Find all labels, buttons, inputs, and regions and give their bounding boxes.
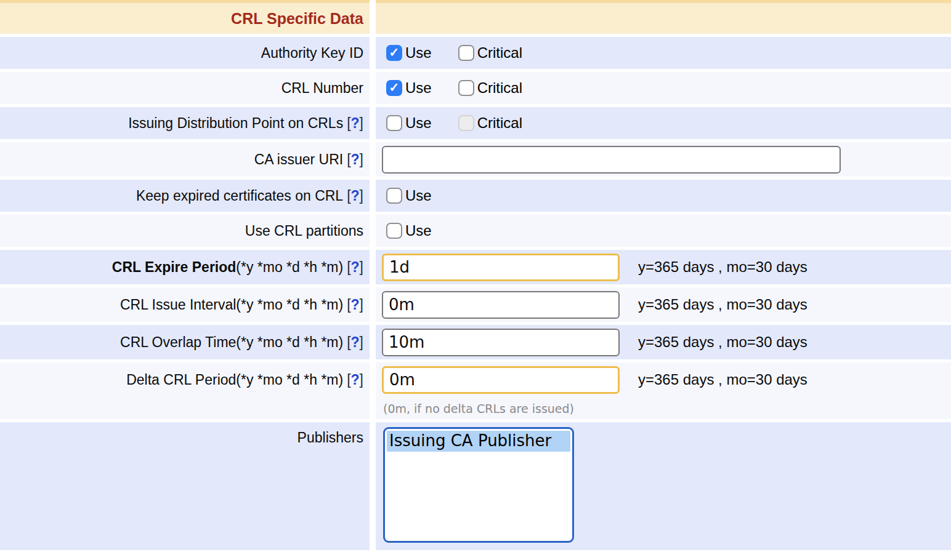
time-conversion-hint: y=365 days , mo=30 days <box>638 334 807 351</box>
row-keep-expired-certificates: Keep expired certificates on CRL [?] ✓ U… <box>0 180 951 212</box>
row-use-crl-partitions: Use CRL partitions ✓ Use <box>0 215 951 247</box>
crl-expire-period-input[interactable] <box>382 254 620 281</box>
use-crl-partitions-use-checkbox[interactable]: ✓ <box>386 223 402 239</box>
use-label: Use <box>405 187 432 204</box>
delta-crl-period-note: (0m, if no delta CRLs are issued) <box>383 402 574 415</box>
critical-label: Critical <box>477 79 522 97</box>
crl-overlap-time-input[interactable] <box>382 329 620 356</box>
time-format-suffix: (*y *mo *d *h *m) <box>236 297 343 313</box>
issuing-distribution-point-critical-checkbox: ✓ <box>458 115 474 131</box>
crl-expire-period-label: CRL Expire Period <box>112 259 237 275</box>
delta-crl-period-label: Delta CRL Period <box>126 372 236 388</box>
use-label: Use <box>405 222 432 239</box>
crl-overlap-time-help-link[interactable]: [?] <box>347 334 363 351</box>
crl-issue-interval-label: CRL Issue Interval <box>120 297 236 313</box>
row-delta-crl-period: Delta CRL Period(*y *mo *d *h *m) [?] y=… <box>0 362 951 419</box>
critical-label: Critical <box>477 114 522 132</box>
time-conversion-hint: y=365 days , mo=30 days <box>638 371 807 388</box>
issuing-distribution-point-label: Issuing Distribution Point on CRLs <box>128 115 343 131</box>
time-conversion-hint: y=365 days , mo=30 days <box>638 296 807 313</box>
row-crl-number: CRL Number ✓ Use ✓ Critical <box>0 72 951 104</box>
crl-number-critical-checkbox[interactable]: ✓ <box>458 80 474 96</box>
delta-crl-period-input[interactable] <box>382 366 620 394</box>
issuing-distribution-point-use-checkbox[interactable]: ✓ <box>386 115 402 131</box>
help-icon: ? <box>351 334 360 350</box>
help-icon: ? <box>351 188 360 204</box>
section-header-row: CRL Specific Data <box>0 3 951 34</box>
crl-number-use-checkbox[interactable]: ✓ <box>386 80 402 96</box>
help-icon: ? <box>351 297 360 313</box>
help-icon: ? <box>351 372 360 388</box>
authority-key-id-label: Authority Key ID <box>261 45 363 61</box>
crl-number-label: CRL Number <box>281 80 363 96</box>
critical-label: Critical <box>477 44 522 62</box>
time-format-suffix: (*y *mo *d *h *m) <box>236 372 343 388</box>
row-crl-overlap-time: CRL Overlap Time(*y *mo *d *h *m) [?] y=… <box>0 325 951 359</box>
time-format-suffix: (*y *mo *d *h *m) <box>236 259 343 275</box>
help-icon: ? <box>351 151 360 167</box>
publishers-label: Publishers <box>297 430 363 446</box>
ca-issuer-uri-help-link[interactable]: [?] <box>347 151 363 168</box>
help-icon: ? <box>351 259 360 275</box>
row-crl-expire-period: CRL Expire Period(*y *mo *d *h *m) [?] y… <box>0 250 951 284</box>
crl-expire-period-help-link[interactable]: [?] <box>347 259 363 276</box>
help-icon: ? <box>351 115 360 131</box>
use-label: Use <box>405 114 432 132</box>
issuing-distribution-point-help-link[interactable]: [?] <box>347 115 363 132</box>
delta-crl-period-help-link[interactable]: [?] <box>347 372 363 388</box>
publisher-option[interactable]: Issuing CA Publisher <box>387 431 570 452</box>
publishers-listbox[interactable]: Issuing CA Publisher <box>383 427 574 543</box>
checkmark-icon: ✓ <box>389 81 400 94</box>
authority-key-id-use-checkbox[interactable]: ✓ <box>386 45 402 61</box>
ca-issuer-uri-input[interactable] <box>382 146 841 174</box>
use-crl-partitions-label: Use CRL partitions <box>245 223 363 239</box>
keep-expired-certificates-use-checkbox[interactable]: ✓ <box>386 188 402 204</box>
use-label: Use <box>405 44 432 62</box>
crl-issue-interval-input[interactable] <box>382 291 620 319</box>
use-label: Use <box>405 79 432 97</box>
keep-expired-certificates-label: Keep expired certificates on CRL <box>136 188 343 204</box>
ca-issuer-uri-label: CA issuer URI <box>254 151 343 167</box>
crl-specific-data-panel: CRL Specific Data Authority Key ID ✓ Use… <box>0 0 951 560</box>
checkmark-icon: ✓ <box>389 46 400 58</box>
authority-key-id-critical-checkbox[interactable]: ✓ <box>458 45 474 61</box>
section-title: CRL Specific Data <box>231 10 363 28</box>
crl-issue-interval-help-link[interactable]: [?] <box>347 297 363 313</box>
row-issuing-distribution-point: Issuing Distribution Point on CRLs [?] ✓… <box>0 107 951 139</box>
time-format-suffix: (*y *mo *d *h *m) <box>236 334 343 350</box>
time-conversion-hint: y=365 days , mo=30 days <box>638 258 807 276</box>
section-header-spacer <box>376 3 951 34</box>
row-publishers: Publishers Issuing CA Publisher <box>0 422 951 550</box>
row-authority-key-id: Authority Key ID ✓ Use ✓ Critical <box>0 37 951 69</box>
keep-expired-certificates-help-link[interactable]: [?] <box>347 188 363 204</box>
row-crl-issue-interval: CRL Issue Interval(*y *mo *d *h *m) [?] … <box>0 287 951 322</box>
row-ca-issuer-uri: CA issuer URI [?] <box>0 142 951 177</box>
crl-overlap-time-label: CRL Overlap Time <box>120 334 236 350</box>
